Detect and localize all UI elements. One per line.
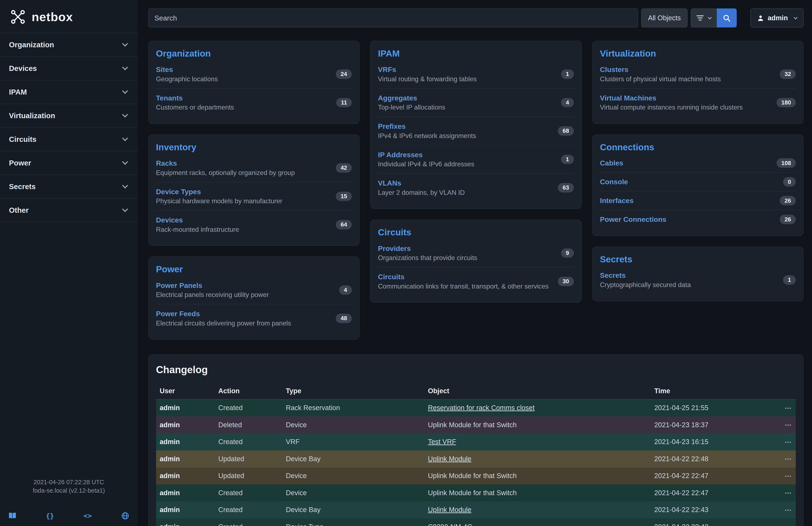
count-badge: 11 xyxy=(336,98,352,108)
table-header-row: User Action Type Object Time xyxy=(156,383,796,399)
row-actions-icon[interactable]: ⋯ xyxy=(785,506,792,514)
cell-object: Uplink Module xyxy=(424,501,650,518)
col-header-user: User xyxy=(156,383,215,399)
sidebar-item-devices[interactable]: Devices xyxy=(0,57,138,81)
sidebar-item-organization[interactable]: Organization xyxy=(0,33,138,57)
sidebar-item-secrets[interactable]: Secrets xyxy=(0,175,138,199)
chevron-down-icon xyxy=(122,206,128,212)
globe-icon[interactable] xyxy=(121,512,129,520)
cell-object: C9200-NM-4G xyxy=(424,518,650,526)
list-item[interactable]: Aggregates Top-level IP allocations 4 xyxy=(378,88,574,117)
table-row: admin Updated Device Bay Uplink Module 2… xyxy=(156,451,796,468)
item-name: Racks xyxy=(156,159,295,167)
row-actions-icon[interactable]: ⋯ xyxy=(785,523,792,526)
cell-type: Rack Reservation xyxy=(282,399,424,417)
item-name: Devices xyxy=(156,216,239,224)
filter-button[interactable] xyxy=(691,9,717,27)
item-desc: Customers or departments xyxy=(156,104,234,111)
row-actions-icon[interactable]: ⋯ xyxy=(785,421,792,429)
list-item[interactable]: Interfaces 26 xyxy=(600,191,796,210)
list-item[interactable]: Sites Geographic locations 24 xyxy=(156,60,352,88)
list-item[interactable]: Power Connections 26 xyxy=(600,210,796,229)
item-name: Interfaces xyxy=(600,197,634,205)
cell-menu: ⋯ xyxy=(781,451,796,468)
object-link[interactable]: Reservation for rack Comms closet xyxy=(428,404,535,412)
user-menu-button[interactable]: admin xyxy=(750,9,803,27)
card-title: Connections xyxy=(600,142,796,152)
cell-type: Device xyxy=(282,484,424,501)
row-actions-icon[interactable]: ⋯ xyxy=(785,489,792,497)
search-button[interactable] xyxy=(717,9,737,27)
search-icon xyxy=(723,14,730,22)
cell-user: admin xyxy=(156,451,215,468)
list-item[interactable]: VLANs Layer 2 domains, by VLAN ID 63 xyxy=(378,173,574,202)
sidebar-footer: 2021-04-26 07:22:28 UTC foda-se.local (v… xyxy=(0,478,138,526)
list-item[interactable]: Racks Equipment racks, optionally organi… xyxy=(156,154,352,182)
count-badge: 32 xyxy=(780,69,796,79)
sidebar-item-virtualization[interactable]: Virtualization xyxy=(0,104,138,128)
count-badge: 1 xyxy=(561,155,574,164)
item-name: Sites xyxy=(156,66,218,74)
list-item[interactable]: VRFs Virtual routing & forwarding tables… xyxy=(378,60,574,88)
sidebar-item-circuits[interactable]: Circuits xyxy=(0,128,138,151)
list-item[interactable]: Device Types Physical hardware models by… xyxy=(156,182,352,211)
item-desc: Electrical panels receiving utility powe… xyxy=(156,291,269,299)
cell-menu: ⋯ xyxy=(781,518,796,526)
cell-time: 2021-04-23 16:15 xyxy=(651,433,781,451)
item-name: Prefixes xyxy=(378,122,476,130)
item-name: Cables xyxy=(600,159,623,167)
row-actions-icon[interactable]: ⋯ xyxy=(785,438,792,446)
list-item[interactable]: Devices Rack-mounted infrastructure 64 xyxy=(156,210,352,239)
docs-book-icon[interactable] xyxy=(9,512,16,519)
code-icon[interactable]: <> xyxy=(84,512,92,520)
list-item[interactable]: Power Feeds Electrical circuits deliveri… xyxy=(156,304,352,332)
item-desc: Layer 2 domains, by VLAN ID xyxy=(378,189,465,197)
cell-user: admin xyxy=(156,416,215,433)
rest-api-braces-icon[interactable]: {} xyxy=(46,512,54,520)
list-item[interactable]: Providers Organizations that provide cir… xyxy=(378,239,574,267)
chevron-down-icon xyxy=(122,112,128,117)
card-title: Power xyxy=(156,264,352,274)
search-input[interactable] xyxy=(148,9,638,27)
list-item[interactable]: Power Panels Electrical panels receiving… xyxy=(156,276,352,304)
list-item[interactable]: Tenants Customers or departments 11 xyxy=(156,88,352,117)
item-name: VRFs xyxy=(378,66,477,74)
list-item[interactable]: Cables 108 xyxy=(600,154,796,172)
sidebar-item-label: Other xyxy=(9,206,29,214)
list-item[interactable]: Console 0 xyxy=(600,172,796,191)
cell-action: Created xyxy=(215,518,282,526)
chevron-down-icon xyxy=(708,16,712,19)
cell-type: VRF xyxy=(282,433,424,451)
row-actions-icon[interactable]: ⋯ xyxy=(785,455,792,463)
object-link[interactable]: Uplink Module xyxy=(428,455,472,463)
sidebar-item-ipam[interactable]: IPAM xyxy=(0,81,138,104)
object-type-button[interactable]: All Objects xyxy=(641,9,687,27)
list-item[interactable]: Prefixes IPv4 & IPv6 network assignments… xyxy=(378,116,574,145)
cell-user: admin xyxy=(156,484,215,501)
list-item[interactable]: Secrets Cryptographically secured data 1 xyxy=(600,266,796,294)
object-link[interactable]: Test VRF xyxy=(428,438,456,445)
cell-type: Device xyxy=(282,416,424,433)
brand[interactable]: netbox xyxy=(0,0,138,33)
object-link[interactable]: Uplink Module xyxy=(428,506,472,514)
count-badge: 1 xyxy=(561,69,574,79)
card-connections: Connections Cables 108 Console 0 Interfa… xyxy=(592,134,804,236)
sidebar-item-other[interactable]: Other xyxy=(0,199,138,222)
card-virtualization: Virtualization Clusters Clusters of phys… xyxy=(592,41,804,124)
list-item[interactable]: Virtual Machines Virtual compute instanc… xyxy=(600,88,796,117)
object-link[interactable]: C9200-NM-4G xyxy=(428,523,473,526)
list-item[interactable]: Circuits Communication links for transit… xyxy=(378,267,574,296)
row-actions-icon[interactable]: ⋯ xyxy=(785,404,792,412)
user-name: admin xyxy=(768,14,788,22)
card-title: Circuits xyxy=(378,227,574,238)
cell-time: 2021-04-22 22:43 xyxy=(651,501,781,518)
sidebar-item-label: Circuits xyxy=(9,135,37,143)
cell-user: admin xyxy=(156,501,215,518)
item-desc: Individual IPv4 & IPv6 addresses xyxy=(378,160,474,168)
sidebar-item-power[interactable]: Power xyxy=(0,151,138,175)
row-actions-icon[interactable]: ⋯ xyxy=(785,472,792,480)
col-header-type: Type xyxy=(282,383,424,399)
list-item[interactable]: Clusters Clusters of physical virtual ma… xyxy=(600,60,796,88)
sidebar-item-label: Organization xyxy=(9,41,54,49)
list-item[interactable]: IP Addresses Individual IPv4 & IPv6 addr… xyxy=(378,145,574,173)
